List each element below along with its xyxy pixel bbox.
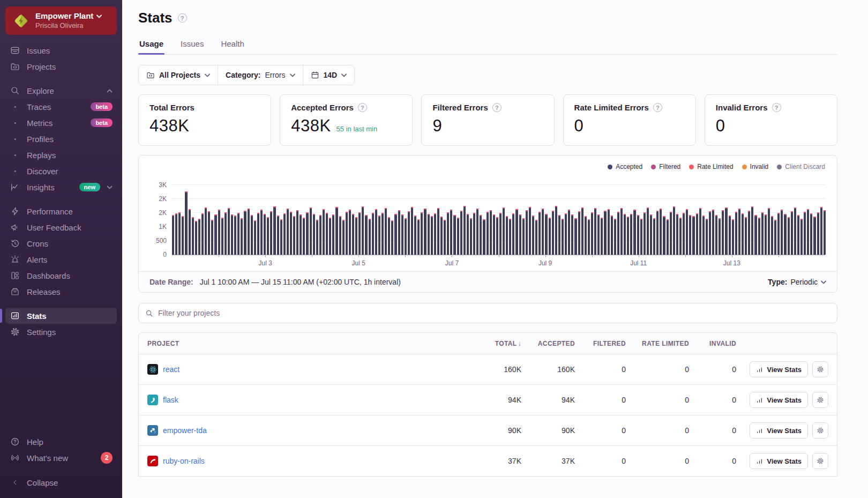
help-icon[interactable]: ? [178, 13, 187, 23]
sidebar-item-user-feedback[interactable]: User Feedback [5, 219, 117, 235]
sidebar-item-releases[interactable]: Releases [5, 284, 117, 300]
sidebar-item-label: Profiles [27, 135, 54, 144]
legend-item-client-discard[interactable]: Client Discard [777, 163, 825, 170]
search-input[interactable] [158, 309, 830, 317]
sidebar-item-label: Help [27, 437, 43, 447]
main-content: Stats ? Usage Issues Health All Projects… [122, 0, 868, 498]
lightning-icon [10, 206, 20, 216]
rails-platform-icon [147, 456, 158, 466]
project-settings-button[interactable] [812, 361, 828, 377]
project-link[interactable]: empower-tda [163, 426, 207, 435]
sidebar-item-collapse[interactable]: Collapse [5, 474, 117, 490]
nav-gap [5, 195, 117, 203]
sidebar-item-explore[interactable]: Explore [5, 83, 117, 99]
sidebar-item-performance[interactable]: Performance [5, 203, 117, 219]
date-period-dropdown[interactable]: 14D [303, 65, 355, 85]
project-settings-button[interactable] [812, 422, 828, 438]
tab-health[interactable]: Health [220, 39, 245, 54]
project-link[interactable]: react [163, 365, 179, 374]
sidebar-item-crons[interactable]: Crons [5, 235, 117, 251]
view-stats-button[interactable]: View Stats [750, 361, 808, 377]
project-filter-dropdown[interactable]: All Projects [139, 65, 218, 85]
column-header-filtered[interactable]: Filtered [575, 340, 626, 347]
project-link[interactable]: flask [163, 396, 178, 404]
table-header-row: Project Total↓ Accepted Filtered Rate Li… [139, 333, 837, 354]
sidebar-item-metrics[interactable]: Metrics beta [5, 115, 117, 131]
gear-icon [817, 396, 824, 404]
sidebar-item-settings[interactable]: Settings [5, 324, 117, 340]
sidebar-item-profiles[interactable]: Profiles [5, 131, 117, 147]
bullet-icon [10, 138, 20, 140]
nav-gap [5, 300, 117, 308]
sidebar-item-issues[interactable]: Issues [5, 42, 117, 58]
sidebar-item-whats-new[interactable]: What's new 2 [5, 450, 117, 466]
sidebar-item-label: Stats [27, 311, 47, 321]
sidebar-item-traces[interactable]: Traces beta [5, 99, 117, 115]
sidebar-footer: Help What's new 2 Collapse [0, 434, 122, 498]
column-header-invalid[interactable]: Invalid [689, 340, 736, 347]
type-dropdown[interactable]: Type: Periodic [768, 278, 826, 286]
chart-bars[interactable] [172, 180, 825, 255]
view-stats-button[interactable]: View Stats [750, 453, 808, 469]
broadcast-icon [10, 453, 20, 463]
tab-bar: Usage Issues Health [138, 39, 837, 55]
sidebar-item-label: Dashboards [27, 271, 70, 280]
cell-rate-limited: 0 [626, 396, 689, 404]
sidebar-item-discover[interactable]: Discover [5, 163, 117, 179]
sidebar-item-replays[interactable]: Replays [5, 147, 117, 163]
archive-icon [10, 287, 20, 296]
view-stats-button[interactable]: View Stats [750, 422, 808, 438]
gear-icon [10, 327, 20, 337]
chart-legend: Accepted Filtered Rate Limited Invalid C… [139, 155, 837, 172]
legend-item-filtered[interactable]: Filtered [651, 163, 680, 170]
stat-cards: Total Errors 438K Accepted Errors? 438K5… [138, 94, 837, 146]
legend-item-accepted[interactable]: Accepted [608, 163, 642, 170]
sidebar-item-label: Explore [27, 86, 54, 95]
stat-card-label: Total Errors [149, 103, 194, 112]
legend-dot [777, 165, 782, 169]
sidebar-item-insights[interactable]: Insights new [5, 179, 117, 195]
column-header-accepted[interactable]: Accepted [521, 340, 575, 347]
cell-rate-limited: 0 [626, 457, 689, 465]
legend-item-invalid[interactable]: Invalid [742, 163, 769, 170]
stat-card-subtext: 55 in last min [336, 125, 378, 133]
sidebar-item-alerts[interactable]: Alerts [5, 251, 117, 267]
stat-card-total-errors: Total Errors 438K [138, 94, 271, 146]
chevron-left-icon [10, 479, 20, 486]
org-switcher[interactable]: Empower Plant Priscila Oliveira [5, 6, 117, 35]
help-icon[interactable]: ? [653, 103, 662, 112]
usage-chart-card: Accepted Filtered Rate Limited Invalid C… [138, 155, 837, 293]
project-settings-button[interactable] [812, 392, 828, 408]
help-icon[interactable]: ? [358, 103, 367, 112]
column-header-total[interactable]: Total↓ [465, 340, 521, 347]
tab-usage[interactable]: Usage [138, 39, 164, 54]
project-settings-button[interactable] [812, 453, 828, 469]
column-header-project[interactable]: Project [147, 340, 465, 347]
tab-issues[interactable]: Issues [179, 39, 205, 54]
column-header-rate-limited[interactable]: Rate Limited [626, 340, 689, 347]
project-link[interactable]: ruby-on-rails [163, 457, 205, 465]
python-platform-icon [147, 425, 158, 436]
gear-icon [817, 427, 824, 434]
table-row: ruby-on-rails 37K 37K 0 0 0 View Stats [139, 446, 837, 477]
projects-icon [10, 62, 20, 71]
view-stats-button[interactable]: View Stats [750, 392, 808, 408]
cell-accepted: 37K [521, 457, 575, 465]
date-range-value: Jul 1 10:00 AM — Jul 15 11:00 AM (+02:00… [200, 278, 401, 286]
sidebar-item-stats[interactable]: Stats [5, 308, 117, 324]
sidebar-item-help[interactable]: Help [5, 434, 117, 450]
sidebar-item-projects[interactable]: Projects [5, 58, 117, 75]
chevron-down-icon [96, 14, 102, 18]
react-platform-icon [147, 364, 158, 375]
projects-table: Project Total↓ Accepted Filtered Rate Li… [138, 332, 837, 477]
legend-item-rate-limited[interactable]: Rate Limited [689, 163, 733, 170]
type-label: Type: [768, 278, 787, 286]
bar-chart-icon [756, 397, 763, 404]
category-dropdown[interactable]: Category: Errors [218, 65, 302, 85]
sidebar-item-label: Replays [27, 151, 56, 160]
sidebar-item-dashboards[interactable]: Dashboards [5, 267, 117, 284]
help-icon[interactable]: ? [772, 103, 781, 112]
help-icon[interactable]: ? [492, 103, 502, 112]
sidebar-item-label: Crons [27, 239, 48, 248]
sidebar-item-label: Discover [27, 167, 58, 176]
